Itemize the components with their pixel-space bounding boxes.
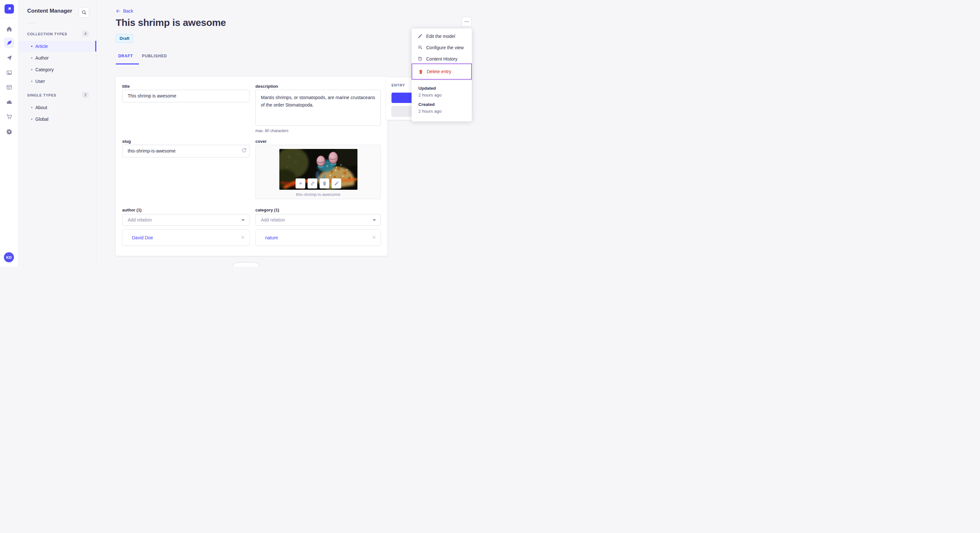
menu-item-delete-entry[interactable]: Delete entry: [412, 63, 472, 80]
strapi-logo[interactable]: [5, 4, 14, 14]
menu-item-label: Content History: [426, 56, 457, 62]
sidebar-divider: [27, 23, 35, 23]
created-value: 2 hours ago: [418, 109, 441, 114]
add-media-button[interactable]: [296, 178, 305, 189]
menu-item-configure-view[interactable]: Configure the view: [412, 42, 472, 53]
cover-field: this-shrimp-is-awesome: [255, 145, 381, 199]
cloud-icon: [6, 99, 12, 105]
more-actions-button[interactable]: [462, 17, 471, 27]
collapsed-bottom-pill[interactable]: [233, 263, 259, 266]
updated-value: 2 hours ago: [418, 93, 441, 97]
trash-icon: [418, 69, 423, 74]
section-single-types: SINGLE TYPES: [27, 93, 56, 97]
delete-media-button[interactable]: [320, 178, 329, 189]
category-field-label: category (1): [255, 208, 279, 213]
sidebar-item-deploy[interactable]: [4, 97, 14, 107]
edit-media-button[interactable]: [331, 178, 341, 189]
sidebar-item-author[interactable]: Author: [19, 52, 96, 63]
edit-form-card: title This shrimp is awesome description…: [116, 77, 387, 256]
created-label: Created: [418, 102, 434, 107]
status-badge: Draft: [116, 34, 133, 43]
sidebar-item-label: About: [35, 105, 47, 110]
remove-category-button[interactable]: [372, 235, 376, 240]
home-icon: [6, 26, 12, 32]
slug-field-label: slug: [122, 139, 131, 144]
sidebar-item-label: User: [35, 79, 45, 84]
trash-icon: [322, 181, 327, 186]
sidebar-item-marketplace[interactable]: [4, 111, 14, 122]
author-select-placeholder: Add relation: [123, 214, 249, 225]
close-icon: [372, 235, 376, 240]
active-tab-underline: [116, 63, 139, 65]
content-manager-sidebar: Content Manager COLLECTION TYPES 4 Artic…: [19, 0, 97, 266]
more-actions-menu: Edit the model Configure the view Conten…: [412, 29, 472, 121]
sidebar-item-article[interactable]: Article: [19, 41, 96, 51]
gear-icon: [6, 128, 12, 135]
caret-down-icon: [373, 219, 376, 221]
description-hint: max. 80 characters: [255, 128, 288, 133]
sidebar-item-content-manager[interactable]: [4, 38, 14, 48]
copy-link-button[interactable]: [307, 178, 317, 189]
bullet-icon: [31, 119, 32, 120]
sidebar-title: Content Manager: [27, 8, 72, 14]
sidebar-item-global[interactable]: Global: [19, 114, 96, 124]
back-arrow-icon: [116, 9, 121, 14]
bullet-icon: [31, 57, 32, 59]
send-icon: [6, 55, 12, 61]
more-dots-icon: [464, 19, 469, 24]
category-select-placeholder: Add relation: [256, 214, 380, 225]
layout-icon: [6, 84, 12, 90]
sidebar-item-settings[interactable]: [4, 126, 14, 136]
menu-divider: [412, 80, 472, 81]
tab-draft[interactable]: DRAFT: [118, 54, 133, 60]
search-button[interactable]: [79, 7, 89, 17]
back-link[interactable]: Back: [116, 8, 133, 14]
sidebar-item-home[interactable]: [4, 24, 14, 34]
slug-input[interactable]: this-shrimp-is-awesome: [122, 145, 250, 157]
search-icon: [81, 10, 87, 15]
menu-item-content-history[interactable]: Content History: [412, 53, 472, 65]
avatar[interactable]: KD: [4, 252, 14, 262]
refresh-icon: [242, 148, 247, 153]
title-field-label: title: [122, 84, 130, 89]
cart-icon: [6, 114, 12, 120]
sidebar-item-user[interactable]: User: [19, 76, 96, 86]
caret-down-icon: [242, 219, 245, 221]
sidebar-item-media-library[interactable]: [4, 67, 14, 78]
author-relation-link[interactable]: David Doe: [132, 230, 153, 246]
configure-icon: [418, 45, 423, 50]
cover-field-label: cover: [255, 139, 267, 144]
cover-action-bar: [296, 178, 341, 189]
category-relation-link[interactable]: nature: [265, 230, 278, 246]
menu-item-label: Configure the view: [426, 45, 464, 50]
plus-icon: [298, 181, 303, 186]
section-collection-types: COLLECTION TYPES: [27, 32, 67, 36]
bullet-icon: [31, 69, 32, 70]
author-relation-select[interactable]: Add relation: [122, 214, 250, 226]
menu-item-edit-model[interactable]: Edit the model: [412, 30, 472, 42]
entry-panel-title: ENTRY: [391, 83, 405, 87]
bullet-icon: [31, 107, 32, 108]
menu-item-label: Delete entry: [427, 69, 451, 74]
rail-divider: [0, 18, 18, 19]
single-types-count: 2: [82, 92, 89, 98]
sidebar-item-releases[interactable]: [4, 52, 14, 63]
main-nav-rail: KD: [0, 0, 19, 266]
bullet-icon: [31, 46, 32, 47]
sidebar-item-content-type-builder[interactable]: [4, 82, 14, 92]
description-textarea[interactable]: Mantis shrimps, or stomatopods, are mari…: [255, 90, 381, 125]
author-relation-item: David Doe: [122, 230, 250, 246]
sidebar-item-category[interactable]: Category: [19, 64, 96, 75]
category-relation-item: nature: [255, 230, 381, 246]
description-field-label: description: [255, 84, 278, 89]
tab-published[interactable]: PUBLISHED: [142, 54, 167, 60]
sidebar-item-about[interactable]: About: [19, 102, 96, 113]
media-icon: [6, 70, 12, 76]
history-icon: [418, 56, 423, 61]
category-relation-select[interactable]: Add relation: [255, 214, 381, 226]
pencil-icon: [418, 34, 423, 38]
remove-author-button[interactable]: [240, 235, 245, 240]
sidebar-item-label: Author: [35, 56, 49, 60]
title-input[interactable]: This shrimp is awesome: [122, 90, 250, 102]
back-label: Back: [123, 8, 133, 14]
